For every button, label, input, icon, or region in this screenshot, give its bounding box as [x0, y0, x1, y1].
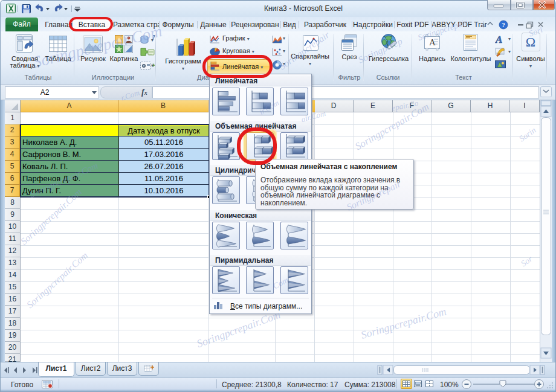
- svg-text:A: A: [495, 34, 502, 45]
- svg-text:?: ?: [502, 21, 505, 28]
